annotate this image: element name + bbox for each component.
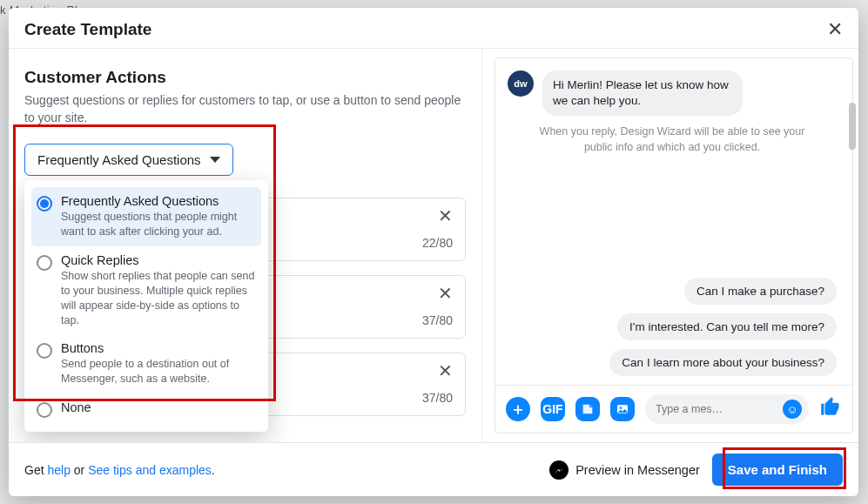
composer-input[interactable] xyxy=(656,403,777,415)
section-title: Customer Actions xyxy=(24,68,466,87)
create-template-modal: Create Template ✕ Customer Actions Sugge… xyxy=(9,8,858,496)
messenger-icon xyxy=(549,460,569,480)
message-composer: ＋ GIF ☺ xyxy=(495,385,852,433)
greeting-bubble: Hi Merlin! Please let us know how we can… xyxy=(542,71,743,116)
remove-question-icon[interactable]: ✕ xyxy=(438,285,453,302)
avatar: dw xyxy=(508,71,534,97)
remove-question-icon[interactable]: ✕ xyxy=(438,207,453,225)
modal-body: Customer Actions Suggest questions or re… xyxy=(9,48,858,442)
dropdown-current-label: Frequently Asked Questions xyxy=(37,152,201,167)
modal-header: Create Template ✕ xyxy=(9,8,858,48)
dropdown-option-title: Buttons xyxy=(61,341,256,355)
close-icon[interactable]: ✕ xyxy=(827,20,843,39)
dropdown-option-desc: Suggest questions that people might want… xyxy=(61,210,256,239)
modal-footer: Get help or See tips and examples. Previ… xyxy=(9,442,858,496)
dropdown-option-title: Frequently Asked Questions xyxy=(61,194,256,208)
char-count: 22/80 xyxy=(422,236,453,250)
image-icon[interactable] xyxy=(610,397,635,421)
tips-link[interactable]: See tips and examples xyxy=(88,463,212,477)
char-count: 37/80 xyxy=(422,313,453,327)
dropdown-option-none[interactable]: None xyxy=(31,393,261,425)
footer-actions: Preview in Messenger Save and Finish xyxy=(549,454,843,486)
dropdown-option-title: None xyxy=(61,400,91,414)
customer-actions-dropdown: Frequently Asked Questions Frequently As… xyxy=(24,144,233,176)
dropdown-option-title: Quick Replies xyxy=(61,253,256,267)
preview-label: Preview in Messenger xyxy=(575,463,700,477)
suggested-questions-chips: Can I make a purchase? I'm interested. C… xyxy=(511,278,837,385)
emoji-icon[interactable]: ☺ xyxy=(783,400,802,419)
radio-icon xyxy=(37,255,52,271)
dropdown-toggle[interactable]: Frequently Asked Questions xyxy=(24,144,233,176)
save-and-finish-button[interactable]: Save and Finish xyxy=(712,454,843,486)
remove-question-icon[interactable]: ✕ xyxy=(438,362,453,380)
suggested-chip[interactable]: Can I make a purchase? xyxy=(684,278,837,305)
preview-in-messenger-button[interactable]: Preview in Messenger xyxy=(549,460,700,480)
radio-icon xyxy=(37,196,52,212)
composer-input-wrap: ☺ xyxy=(645,394,809,424)
sticker-icon[interactable] xyxy=(575,397,600,421)
section-subtitle: Suggest questions or replies for custome… xyxy=(24,92,466,126)
svg-point-1 xyxy=(620,407,622,409)
dropdown-option-desc: Show short replies that people can send … xyxy=(61,269,256,328)
footer-period: . xyxy=(212,463,215,477)
dropdown-option-quick-replies[interactable]: Quick Replies Show short replies that pe… xyxy=(31,246,261,335)
suggested-chip[interactable]: I'm interested. Can you tell me more? xyxy=(617,313,837,340)
dropdown-option-desc: Send people to a destination out of Mess… xyxy=(61,357,256,386)
add-attachment-icon[interactable]: ＋ xyxy=(506,397,530,421)
thumbs-up-icon[interactable] xyxy=(819,395,842,424)
left-pane: Customer Actions Suggest questions or re… xyxy=(9,49,482,442)
incoming-message-row: dw Hi Merlin! Please let us know how we … xyxy=(508,71,837,116)
radio-icon xyxy=(37,343,52,359)
right-pane: dw Hi Merlin! Please let us know how we … xyxy=(482,49,858,442)
dropdown-menu: Frequently Asked Questions Suggest quest… xyxy=(24,180,268,432)
scrollbar-thumb[interactable] xyxy=(849,103,856,150)
char-count: 37/80 xyxy=(422,391,453,405)
footer-or-text: or xyxy=(71,463,88,477)
footer-help-text: Get help or See tips and examples. xyxy=(24,463,215,477)
messenger-preview: dw Hi Merlin! Please let us know how we … xyxy=(495,57,853,433)
radio-icon xyxy=(37,402,52,418)
dropdown-option-buttons[interactable]: Buttons Send people to a destination out… xyxy=(31,334,261,393)
privacy-disclaimer: When you reply, Design Wizard will be ab… xyxy=(532,124,812,155)
dropdown-option-faq[interactable]: Frequently Asked Questions Suggest quest… xyxy=(31,187,261,246)
suggested-chip[interactable]: Can I learn more about your business? xyxy=(609,349,837,376)
footer-get-text: Get xyxy=(24,463,47,477)
help-link[interactable]: help xyxy=(47,463,70,477)
modal-title: Create Template xyxy=(24,20,151,39)
gif-icon[interactable]: GIF xyxy=(541,397,565,421)
chevron-down-icon xyxy=(210,157,220,163)
conversation-area: dw Hi Merlin! Please let us know how we … xyxy=(495,58,852,385)
